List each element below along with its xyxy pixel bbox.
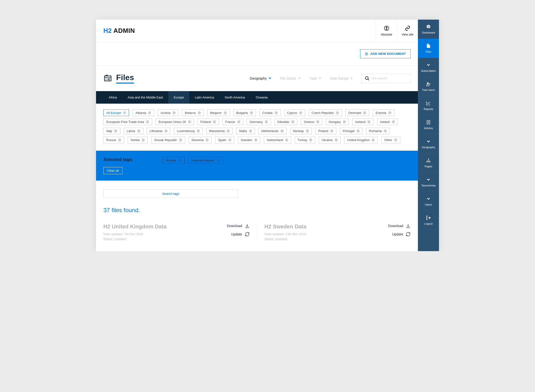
sidebar-item-taxonomies[interactable]: Taxonomies (418, 172, 439, 192)
selected-tag-pill[interactable]: National dataset (188, 157, 223, 164)
plus-circle-icon (356, 129, 360, 133)
tag-pill[interactable]: European Free Trade Area (103, 119, 152, 125)
tag-pill[interactable]: Slovenia (189, 137, 212, 143)
tag-pill[interactable]: Estonia (373, 110, 394, 116)
tag-pill[interactable]: Lithuania (147, 128, 171, 134)
tag-pill[interactable]: Turkey (295, 137, 315, 143)
plus-circle-icon (394, 138, 397, 142)
filter-type[interactable]: Type (309, 76, 321, 80)
tag-pill[interactable]: Russia (103, 137, 124, 143)
tag-pill[interactable]: Gibraltar (274, 119, 298, 125)
region-tab[interactable]: Europe (168, 91, 189, 104)
tag-pill[interactable]: Norway (290, 128, 312, 134)
tag-pill[interactable]: All Europe (103, 110, 129, 116)
tag-pill[interactable]: Denmark (345, 110, 369, 116)
tag-pill[interactable]: European Union 28 (156, 119, 194, 125)
region-tab[interactable]: Asia and the Middle East (122, 91, 168, 104)
clear-all-button[interactable]: Clear all (103, 167, 122, 174)
tag-label: Gibraltar (277, 120, 290, 124)
file-search-input[interactable] (372, 76, 413, 80)
tag-pill[interactable]: France (222, 119, 243, 125)
refresh-icon (245, 232, 250, 237)
tag-pill[interactable]: Belgium (207, 110, 230, 116)
sidebar-item-articles[interactable]: Articles (418, 115, 439, 134)
tag-pill[interactable]: Croatia (259, 110, 281, 116)
plus-circle-icon (164, 129, 168, 133)
tag-pill[interactable]: Netherlands (258, 128, 287, 134)
add-document-button[interactable]: ADD NEW DOCUMENT (360, 49, 411, 58)
tag-pill[interactable]: Cyprus (284, 110, 305, 116)
plus-circle-icon (142, 138, 145, 142)
tag-label: Estonia (376, 111, 386, 115)
file-search-box[interactable] (362, 74, 411, 83)
tag-pill[interactable]: Bulgaria (233, 110, 256, 116)
view-site-button[interactable]: View site (397, 20, 418, 42)
tag-pill[interactable]: Italy (103, 128, 120, 134)
tag-pill[interactable]: Belarus (182, 110, 204, 116)
update-button[interactable]: Update (231, 232, 249, 237)
tag-pill[interactable]: Poland (315, 128, 336, 134)
filter-geography[interactable]: Geography (250, 76, 271, 80)
region-tab[interactable]: Latin America (189, 91, 219, 104)
tag-pill[interactable]: Greece (301, 119, 322, 125)
download-button[interactable]: Download (388, 223, 411, 228)
tag-label: Ireland (380, 120, 390, 124)
tag-pill[interactable]: Romania (366, 128, 390, 134)
region-tab[interactable]: North America (219, 91, 250, 104)
sidebar-item-trial-users[interactable]: Trial Users (418, 77, 439, 96)
download-button[interactable]: Download (227, 223, 249, 228)
update-button[interactable]: Update (392, 232, 411, 237)
caret-down-icon (319, 77, 321, 80)
update-label: Update (231, 232, 242, 236)
gauge-icon (426, 24, 431, 30)
sidebar-item-files[interactable]: Files (418, 39, 439, 58)
sidebar-item-subscription[interactable]: Subscription (418, 58, 439, 77)
tag-pill[interactable]: Albania (133, 110, 154, 116)
sidebar-nav: DashboardFilesSubscriptionTrial UsersRep… (418, 20, 439, 251)
tag-label: Austria (160, 111, 170, 115)
absolute-button[interactable]: Absolute (376, 20, 397, 42)
region-tab[interactable]: Oceania (250, 91, 273, 104)
tag-pill[interactable]: Iceland (352, 119, 374, 125)
tag-pill[interactable]: Ireland (377, 119, 398, 125)
search-tags-input[interactable] (103, 189, 238, 198)
tag-pill[interactable]: Serbia (128, 137, 148, 143)
sidebar-item-dashboard[interactable]: Dashboard (418, 20, 439, 39)
region-tab[interactable]: Africa (103, 91, 122, 104)
filter-file-status[interactable]: File Status (280, 76, 301, 80)
tag-label: European Union 28 (158, 120, 186, 124)
tag-pill[interactable]: Latvia (124, 128, 143, 134)
tag-pill[interactable]: Spain (215, 137, 234, 143)
tag-pill[interactable]: Austria (158, 110, 178, 116)
tag-pill[interactable]: Portugal (340, 128, 363, 134)
topbar: H2 ADMIN Absolute View site (96, 20, 418, 42)
sidebar-item-label: Dashboard (422, 31, 435, 34)
sidebar-item-pages[interactable]: Pages (418, 153, 439, 172)
tag-pill[interactable]: Macedonia (206, 128, 233, 134)
tag-pill[interactable]: Switzerland (264, 137, 291, 143)
filter-date-range[interactable]: Date Range (330, 76, 353, 80)
tag-pill[interactable]: Finland (197, 119, 219, 125)
tag-pill[interactable]: Sweden (238, 137, 260, 143)
tag-pill[interactable]: Ukraine (319, 137, 341, 143)
selected-tag-pill[interactable]: Europe (163, 157, 185, 164)
sidebar-item-geography[interactable]: Geography (418, 134, 439, 153)
tag-pill[interactable]: Czech Republic (309, 110, 342, 116)
sidebar-item-logout[interactable]: Logout (418, 211, 439, 230)
tag-pill[interactable]: Slovak Republic (151, 137, 185, 143)
sidebar-item-users[interactable]: Users (418, 192, 439, 211)
filter-type-label: Type (309, 76, 317, 80)
tag-pill[interactable]: Malta (236, 128, 255, 134)
tag-pill[interactable]: Hungary (326, 119, 349, 125)
tag-pill[interactable]: Luxembourg (174, 128, 203, 134)
tag-pill[interactable]: United Kingdom (344, 137, 378, 143)
plus-circle-icon (316, 120, 319, 123)
tag-pill[interactable]: Other (381, 137, 400, 143)
sidebar-item-label: Subscription (421, 69, 436, 72)
add-document-label: ADD NEW DOCUMENT (370, 52, 406, 56)
sidebar-item-reports[interactable]: Reports (418, 96, 439, 115)
tag-pill[interactable]: Germany (247, 119, 271, 125)
plus-circle-icon (198, 111, 201, 114)
tag-label: Slovak Republic (154, 138, 177, 142)
filter-geography-label: Geography (250, 76, 267, 80)
